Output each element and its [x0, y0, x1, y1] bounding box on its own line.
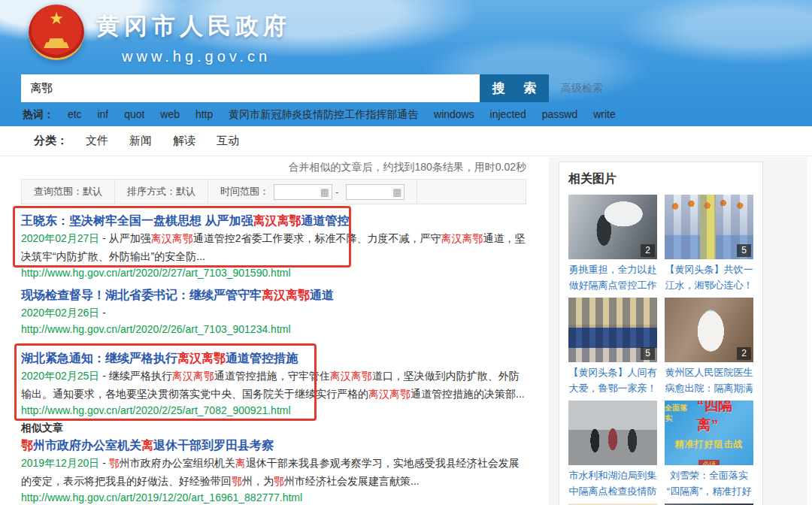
category-tab-news[interactable]: 新闻	[129, 134, 152, 148]
search-bar: 搜 索 高级检索	[21, 74, 603, 102]
results-column: 合并相似的文章后，约找到180条结果，用时0.02秒 查询范围： 默认 排序方式…	[21, 159, 526, 505]
filter-spacer	[417, 180, 526, 204]
category-tab-interaction[interactable]: 互动	[217, 134, 239, 148]
result-title-link[interactable]: 湖北紧急通知：继续严格执行离汉离鄂通道管控措施	[21, 350, 526, 367]
poster-footer-text: 必须	[698, 460, 720, 465]
related-image-thumbnail[interactable]: 5	[568, 298, 657, 362]
filter-sort-value[interactable]: 默认	[176, 185, 195, 198]
category-tab-files[interactable]: 文件	[86, 134, 108, 148]
calendar-icon[interactable]: ▦	[392, 187, 401, 197]
result-date: 2020年02月25日	[21, 370, 99, 382]
search-result: 王晓东：坚决树牢全国一盘棋思想 从严加强离汉离鄂通道管控 2020年02月27日…	[21, 213, 526, 280]
image-count-badge: 5	[737, 244, 751, 257]
site-title: 黄冈市人民政府	[96, 11, 291, 42]
image-count-badge: 2	[641, 244, 655, 257]
hot-words-row: 热词： etc inf quot web http 黄冈市新冠肺炎疫情防控工作指…	[23, 108, 629, 122]
calendar-icon[interactable]: ▦	[320, 187, 329, 197]
meta-separator: -	[99, 457, 108, 469]
meta-separator: -	[99, 307, 106, 319]
result-title-link[interactable]: 现场检查督导！湖北省委书记：继续严管守牢离汉离鄂通道	[21, 287, 526, 304]
result-snippet: 2020年02月27日 - 从严加强离汉离鄂通道管控2省委工作要求，标准不降、力…	[21, 229, 526, 265]
related-image-card[interactable]: 5 【黄冈头条】共饮一江水，湘鄂心连心！	[665, 195, 753, 295]
hot-word[interactable]: etc	[68, 108, 82, 120]
hot-word[interactable]: inf	[97, 108, 108, 120]
site-brand: 黄冈市人民政府 www.hg.gov.cn	[29, 5, 291, 65]
search-button[interactable]: 搜 索	[480, 74, 549, 102]
related-image-thumbnail-poster[interactable]: 全面落实 “四隔离” 精准打好阻击战 必须	[665, 401, 753, 465]
hot-word[interactable]: web	[160, 108, 180, 120]
site-url: www.hg.gov.cn	[96, 48, 291, 65]
hot-word[interactable]: 黄冈市新冠肺炎疫情防控工作指挥部通告	[229, 108, 418, 120]
related-images-grid: 2 勇挑重担，全力以赴做好隔离点管控工作 5 【黄冈头条】共饮一江水，湘鄂心连心…	[568, 195, 753, 505]
filter-scope-value[interactable]: 默认	[83, 185, 102, 198]
similar-articles-label: 相似文章	[21, 421, 526, 434]
hot-word[interactable]: write	[593, 108, 616, 120]
filter-bar: 查询范围： 默认 排序方式： 默认 时间范围： ▦ - ▦	[21, 179, 526, 204]
result-title-link[interactable]: 鄂州市政府办公室机关离退休干部到罗田县考察	[21, 437, 526, 454]
poster-subline-text: 精准打好阻击战	[675, 438, 744, 451]
result-date: 2020年02月26日	[21, 307, 99, 319]
filter-time-range: 时间范围： ▦ - ▦	[208, 180, 417, 204]
related-image-caption[interactable]: 黄州区人民医院医生病愈出院：隔离期满后第	[665, 364, 753, 398]
related-image-thumbnail[interactable]: 2	[665, 298, 753, 362]
result-snippet: 2020年02月26日 -	[21, 304, 526, 322]
search-result: 湖北紧急通知：继续严格执行离汉离鄂通道管控措施 2020年02月25日 - 继续…	[21, 350, 526, 418]
site-header: 黄冈市人民政府 www.hg.gov.cn 搜 索 高级检索 热词： etc i…	[0, 0, 812, 126]
poster-prefix-text: 全面落实	[665, 403, 695, 424]
search-result: 鄂州市政府办公室机关离退休干部到罗田县考察 2019年12月20日 - 鄂州市政…	[21, 437, 526, 505]
related-images-title: 相关图片	[568, 171, 753, 187]
meta-separator: -	[99, 370, 108, 382]
filter-scope[interactable]: 查询范围： 默认	[22, 180, 115, 204]
related-image-card[interactable]: 2 勇挑重担，全力以赴做好隔离点管控工作	[568, 195, 657, 295]
date-range-separator: -	[335, 186, 338, 198]
hot-words-label: 热词：	[23, 108, 54, 120]
filter-sort-label: 排序方式：	[127, 185, 176, 198]
search-result: 现场检查督导！湖北省委书记：继续严管守牢离汉离鄂通道 2020年02月26日 -…	[21, 287, 526, 337]
image-count-badge: 2	[737, 347, 751, 360]
category-label: 分类：	[34, 134, 68, 148]
meta-separator: -	[99, 232, 108, 244]
related-image-caption[interactable]: 市水利和湖泊局到集中隔离点检查疫情防控工	[568, 467, 657, 500]
result-date: 2019年12月20日	[21, 457, 99, 469]
scrollbar-track[interactable]	[807, 157, 812, 505]
related-image-thumbnail[interactable]: 2	[568, 195, 657, 259]
related-image-thumbnail[interactable]	[568, 401, 657, 465]
filter-scope-label: 查询范围：	[34, 185, 83, 198]
related-image-caption[interactable]: 【黄冈头条】人间有大爱，鲁鄂一家亲！	[568, 364, 657, 398]
results-list: 王晓东：坚决树牢全国一盘棋思想 从严加强离汉离鄂通道管控 2020年02月27日…	[21, 213, 526, 505]
result-date: 2020年02月27日	[21, 232, 99, 244]
related-image-card[interactable]: 全面落实 “四隔离” 精准打好阻击战 必须 刘雪荣：全面落实“四隔离”，精准打好…	[665, 401, 753, 500]
related-image-caption[interactable]: 勇挑重担，全力以赴做好隔离点管控工作	[568, 262, 657, 295]
related-image-card[interactable]: 5 【黄冈头条】人间有大爱，鲁鄂一家亲！	[568, 298, 657, 398]
poster-headline-text: “四隔离”	[697, 401, 753, 435]
related-image-card[interactable]: 市水利和湖泊局到集中隔离点检查疫情防控工	[568, 401, 657, 500]
filter-sort[interactable]: 排序方式： 默认	[115, 180, 208, 204]
hot-word[interactable]: windows	[434, 108, 474, 120]
related-image-caption[interactable]: 【黄冈头条】共饮一江水，湘鄂心连心！	[665, 262, 753, 295]
image-count-badge: 5	[641, 347, 655, 360]
result-url-link[interactable]: http://www.hg.gov.cn/art/2020/2/27/art_7…	[21, 265, 526, 280]
hot-word[interactable]: http	[195, 108, 213, 120]
filter-time-label: 时间范围：	[220, 185, 269, 198]
hot-word[interactable]: injected	[490, 108, 526, 120]
result-stats: 合并相似的文章后，约找到180条结果，用时0.02秒	[21, 159, 526, 174]
related-images-panel: 相关图片 2 勇挑重担，全力以赴做好隔离点管控工作 5 【黄冈头条】共饮一江水，…	[559, 162, 763, 505]
category-bar: 分类： 文件 新闻 解读 互动	[0, 126, 812, 156]
advanced-search-link[interactable]: 高级检索	[561, 82, 603, 95]
result-title-link[interactable]: 王晓东：坚决树牢全国一盘棋思想 从严加强离汉离鄂通道管控	[21, 213, 526, 229]
search-input[interactable]	[21, 74, 480, 102]
hot-word[interactable]: quot	[124, 108, 144, 120]
result-url-link[interactable]: http://www.hg.gov.cn/art/2020/2/26/art_7…	[21, 322, 526, 337]
date-from-input[interactable]: ▦	[274, 184, 332, 200]
result-snippet: 2019年12月20日 - 鄂州市政府办公室组织机关离退休干部来我县参观考察学习…	[21, 454, 526, 490]
result-url-link[interactable]: http://www.hg.gov.cn/art/2020/2/25/art_7…	[21, 403, 526, 418]
related-image-thumbnail[interactable]: 5	[665, 195, 753, 259]
related-image-card[interactable]: 2 黄州区人民医院医生病愈出院：隔离期满后第	[665, 298, 753, 398]
search-results-page: 黄冈市人民政府 www.hg.gov.cn 搜 索 高级检索 热词： etc i…	[0, 0, 812, 505]
result-url-link[interactable]: http://www.hg.gov.cn/art/2019/12/20/art_…	[21, 490, 526, 505]
result-snippet: 2020年02月25日 - 继续严格执行离汉离鄂通道管控措施，守牢管住离汉离鄂道…	[21, 367, 526, 403]
hot-word[interactable]: passwd	[542, 108, 577, 120]
category-tab-interpretation[interactable]: 解读	[173, 134, 195, 148]
related-image-caption[interactable]: 刘雪荣：全面落实“四隔离”，精准打好阻	[665, 467, 753, 500]
date-to-input[interactable]: ▦	[346, 184, 404, 200]
